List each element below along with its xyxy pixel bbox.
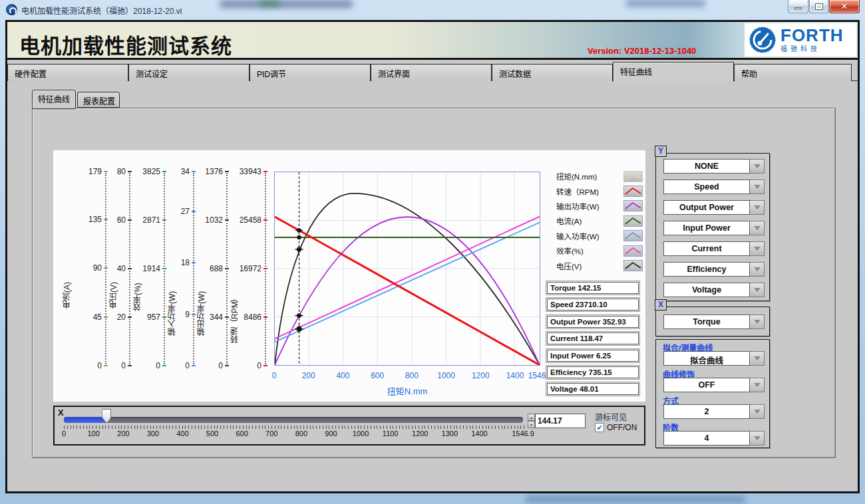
legend-swatch-efficiency[interactable]	[623, 245, 643, 257]
spin-down-button[interactable]: ▼	[528, 421, 535, 428]
app-title: 电机加载性能测试系统	[19, 29, 232, 59]
y-axis-tick-label: 3825	[142, 167, 160, 176]
y-axis-tick-label: 20	[117, 313, 126, 322]
close-icon: ✕	[841, 1, 848, 11]
speed-curve	[275, 217, 540, 365]
tab-hardware-config[interactable]: 硬件配置	[7, 64, 128, 81]
tab-pid-tuning[interactable]: PID调节	[250, 64, 371, 81]
y-selector-dropdown-efficiency[interactable]: Efficiency	[663, 262, 765, 277]
legend-swatch-voltage[interactable]	[623, 260, 643, 271]
legend-row-torque: 扭矩(N.mm)	[556, 169, 643, 184]
fit-dropdown-order[interactable]: 4	[663, 431, 765, 445]
x-axis-ticks: 02004006008001000120014001546.9	[274, 371, 540, 380]
legend-row-input-power: 输入功率(W)	[556, 229, 643, 243]
dropdown-button[interactable]	[750, 262, 765, 277]
fit-value-method: 2	[663, 404, 750, 419]
legend-swatch-current[interactable]	[623, 215, 643, 227]
chevron-down-icon	[754, 356, 761, 361]
dropdown-button[interactable]	[750, 283, 765, 297]
tab-test-data[interactable]: 测试数据	[492, 64, 613, 81]
onoff-label: OFF/ON	[607, 423, 637, 432]
y-selector-dropdown-voltage[interactable]: Voltage	[663, 283, 765, 297]
y-axis-tick-label: 8486	[244, 313, 261, 322]
subtab-report-config[interactable]: 报表配置	[77, 92, 120, 108]
fit-dropdown-method[interactable]: 2	[663, 404, 765, 419]
glass-reflection	[526, 496, 745, 503]
y-selector-dropdown-input-power[interactable]: Input Power	[663, 221, 765, 235]
fit-dropdown-curve-decoration[interactable]: OFF	[663, 378, 765, 392]
dropdown-button[interactable]	[750, 431, 765, 445]
cursor-value-field[interactable]: 144.17	[535, 414, 586, 428]
y-selector-dropdown-current[interactable]: Current	[663, 241, 765, 256]
legend-row-efficiency: 效率(%)	[556, 243, 643, 258]
y-axis-title-input-power: 输入功率(W)	[166, 291, 178, 336]
x-axis-selector-dropdown[interactable]: Torque	[663, 315, 765, 329]
y-axis-tick-label: 0	[121, 361, 126, 370]
cursor-visible-label: 游标可见	[595, 411, 627, 422]
y-axis-tick-label: 344	[210, 313, 223, 322]
y-axis-major-tick	[263, 268, 267, 269]
chevron-down-icon	[754, 383, 761, 388]
slider-fill	[64, 417, 106, 423]
tab-characteristic-curves[interactable]: 特征曲线	[613, 62, 734, 82]
y-axis-tick-label: 45	[93, 313, 102, 322]
readout-voltage: Voltage 48.01	[546, 382, 640, 396]
forth-logo: FORTH 福驰科技	[745, 23, 856, 57]
x-axis-title: 扭矩N.mm	[274, 384, 540, 397]
dropdown-button[interactable]	[750, 404, 765, 419]
cursor-visible-checkbox[interactable]: ✔	[595, 423, 604, 432]
chevron-down-icon	[754, 185, 761, 189]
cursor-value-spinner: ▲ ▼	[528, 414, 535, 428]
y-selector-value-speed: Speed	[663, 180, 750, 194]
legend-swatch-output-power[interactable]	[623, 200, 643, 211]
titlebar[interactable]: 电机加载性能测试系统（福驰）2018-12-20.vi ✕	[0, 0, 865, 20]
chevron-down-icon	[754, 247, 761, 251]
dropdown-button[interactable]	[750, 180, 765, 194]
legend-label-input-power: 输入功率(W)	[556, 231, 623, 241]
legend-swatch-torque[interactable]	[623, 171, 643, 182]
xy-graph[interactable]	[274, 172, 540, 366]
chevron-down-icon	[754, 320, 761, 324]
readout-value-output-power: Output Power 352.93	[547, 316, 639, 328]
maximize-button[interactable]	[809, 0, 828, 13]
legend-swatch-speed[interactable]	[623, 186, 643, 197]
y-axis-tick-label: 957	[147, 313, 160, 322]
y-axis-speed: 转速（RPM）33943254581697284860	[229, 172, 267, 366]
y-selector-dropdown-none[interactable]: NONE	[663, 159, 765, 174]
y-selector-value-none: NONE	[663, 159, 750, 174]
y-selector-dropdown-speed[interactable]: Speed	[663, 180, 765, 194]
fit-dropdown-fit-measure-curve[interactable]: 拟合曲线	[663, 351, 765, 366]
y-selector-value-input-power: Input Power	[663, 221, 750, 235]
slider-track[interactable]	[64, 417, 523, 423]
dropdown-button[interactable]	[750, 378, 765, 392]
tab-test-settings[interactable]: 测试设定	[128, 64, 250, 81]
dropdown-button[interactable]	[750, 221, 765, 235]
tab-test-interface[interactable]: 测试界面	[371, 64, 492, 81]
y-axis-tick-label: 90	[93, 263, 102, 273]
slider-tick-label: 200	[117, 430, 129, 438]
dropdown-button[interactable]	[750, 200, 765, 215]
y-axis-tick-label: 9	[185, 310, 190, 319]
dropdown-button[interactable]	[750, 159, 765, 174]
y-selector-dropdown-output-power[interactable]: Output Power	[663, 200, 765, 215]
x-axis-tick-label: 800	[405, 371, 419, 380]
dropdown-button[interactable]	[750, 315, 765, 329]
version-text: Version: V2018-12-13-1040	[588, 46, 696, 56]
spin-up-button[interactable]: ▲	[528, 414, 535, 421]
subtab-characteristic-curves[interactable]: 特征曲线	[32, 90, 76, 109]
tab-help[interactable]: 帮助	[734, 64, 852, 81]
dropdown-button[interactable]	[750, 241, 765, 256]
close-button[interactable]: ✕	[829, 0, 860, 13]
x-axis-tick-label: 400	[336, 371, 349, 380]
y-axis-title-output-power: 输出功率(W)	[196, 291, 207, 336]
readout-value-input-power: Input Power 6.25	[547, 350, 639, 362]
slider-tick-label: 0	[62, 430, 66, 438]
x-axis-tick-label: 1200	[472, 371, 490, 380]
legend-swatch-input-power[interactable]	[623, 230, 643, 241]
y-axis-tick-label: 34	[181, 167, 190, 176]
application-window: 电机加载性能测试系统（福驰）2018-12-20.vi ✕ 电机加载性能测试系统…	[0, 0, 865, 504]
dropdown-button[interactable]	[750, 351, 765, 366]
slider-tick-label: 600	[236, 430, 248, 438]
y-axis-major-tick	[263, 365, 267, 366]
minimize-button[interactable]	[788, 0, 808, 13]
